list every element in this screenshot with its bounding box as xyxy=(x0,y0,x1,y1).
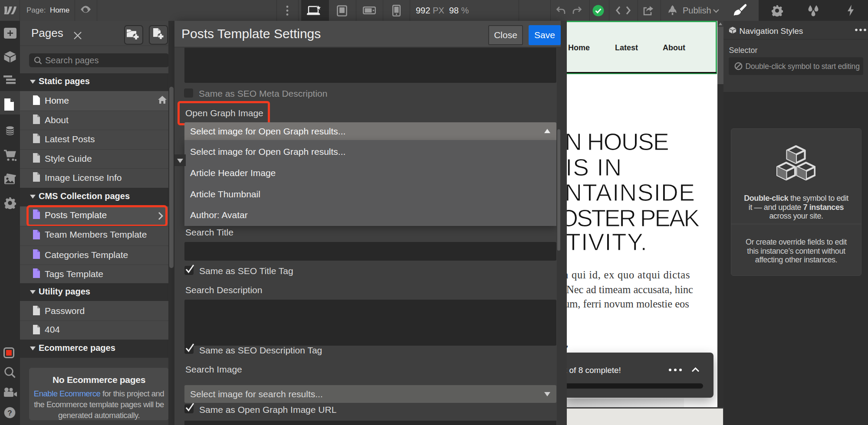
svg-text:?: ? xyxy=(7,409,12,417)
